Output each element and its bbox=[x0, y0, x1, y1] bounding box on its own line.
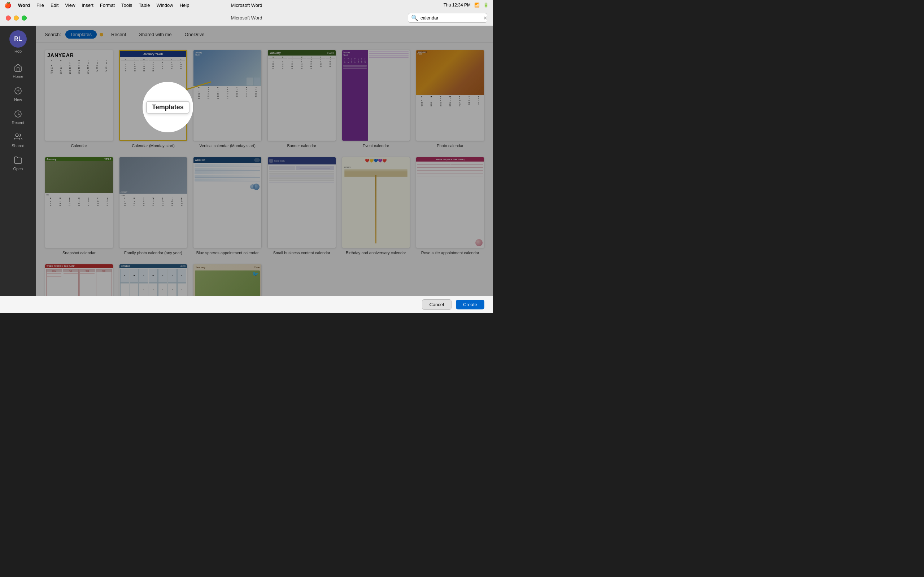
template-name-calendar: Calendar bbox=[71, 143, 87, 148]
window-menu[interactable]: Window bbox=[156, 3, 173, 8]
maximize-button[interactable] bbox=[22, 16, 27, 21]
tab-shared-with-me[interactable]: Shared with me bbox=[134, 30, 176, 39]
sidebar-item-recent[interactable]: Recent bbox=[0, 105, 36, 128]
apple-menu[interactable]: 🍎 bbox=[4, 2, 11, 9]
template-name-snapshot: Snapshot calendar bbox=[63, 250, 96, 255]
battery-icon: 🔋 bbox=[483, 3, 489, 8]
search-tabs: Search: Templates Recent Shared with me … bbox=[36, 26, 493, 43]
traffic-lights bbox=[6, 16, 27, 21]
template-small-biz[interactable]: Social Media bbox=[267, 157, 336, 255]
app-menu[interactable]: Word bbox=[18, 3, 30, 8]
avatar[interactable]: RL bbox=[10, 30, 27, 48]
create-button[interactable]: Create bbox=[456, 300, 485, 309]
template-thumb-monday: January YEAR M T W T F S S bbox=[119, 50, 188, 141]
template-name-photo: Photo calendar bbox=[437, 143, 464, 148]
template-calendar[interactable]: JANYEAR SMTWTFS 12345 6789101112 1314151… bbox=[45, 50, 113, 148]
help-menu[interactable]: Help bbox=[180, 3, 189, 8]
sidebar-item-new[interactable]: New bbox=[0, 82, 36, 105]
tab-recent[interactable]: Recent bbox=[106, 30, 131, 39]
template-name-rose: Rose suite appointment calendar bbox=[421, 250, 479, 255]
template-thumb-hummingbird: JanuaryYear 🐦 SMTWTFS 12345 6789101112 bbox=[193, 264, 262, 296]
menu-bar: 🍎 Word File Edit View Insert Format Tool… bbox=[0, 0, 493, 10]
minimize-button[interactable] bbox=[14, 16, 19, 21]
open-label: Open bbox=[13, 167, 23, 171]
close-button[interactable] bbox=[6, 16, 11, 21]
tools-menu[interactable]: Tools bbox=[121, 3, 132, 8]
new-icon bbox=[13, 86, 23, 96]
template-thumb-calendar: JANYEAR SMTWTFS 12345 6789101112 1314151… bbox=[45, 50, 113, 141]
template-name-biz: Small business content calendar bbox=[273, 250, 330, 255]
tab-templates[interactable]: Templates bbox=[65, 30, 97, 39]
template-name-event: Event calendar bbox=[363, 143, 389, 148]
recent-label: Recent bbox=[12, 121, 24, 125]
body-layout: RL Rob Home New Recent bbox=[0, 26, 493, 296]
template-thumb-event: January YEAR SMTWTFS 12345 6789101112 13… bbox=[342, 50, 410, 141]
sidebar-item-open[interactable]: Open bbox=[0, 152, 36, 174]
window-title: Microsoft Word bbox=[231, 15, 262, 21]
template-name-vertical: Vertical calendar (Monday start) bbox=[200, 143, 255, 148]
view-menu[interactable]: View bbox=[65, 3, 75, 8]
format-menu[interactable]: Format bbox=[100, 3, 115, 8]
shared-icon bbox=[13, 132, 23, 142]
sidebar-item-shared[interactable]: Shared bbox=[0, 128, 36, 152]
template-photo[interactable]: January YEAR SMTWTFS 12345 6789101112 13… bbox=[416, 50, 485, 148]
open-icon bbox=[13, 155, 23, 165]
template-rose[interactable]: WEEK OF [PICK THE DATE] bbox=[416, 157, 485, 255]
template-event[interactable]: January YEAR SMTWTFS 12345 6789101112 13… bbox=[342, 50, 410, 148]
template-name-spheres: Blue spheres appointment calendar bbox=[196, 250, 259, 255]
template-blue-spheres[interactable]: WEEK OF bbox=[193, 157, 262, 255]
template-thumb-photo: January YEAR SMTWTFS 12345 6789101112 13… bbox=[416, 50, 485, 141]
template-thumb-weekly: WEEK OF [PICK THE DATE] MON bbox=[45, 264, 113, 296]
template-thumb-snapshot: JanuaryYEAR Title SMTWTFS 12345 67891011… bbox=[45, 157, 113, 248]
main-window: Microsoft Word 🔍 ✕ RL Rob Home New bbox=[0, 10, 493, 313]
user-name: Rob bbox=[15, 49, 22, 53]
file-menu[interactable]: File bbox=[36, 3, 44, 8]
template-hummingbird[interactable]: JanuaryYear 🐦 SMTWTFS 12345 6789101112 bbox=[193, 264, 262, 296]
svg-point-4 bbox=[16, 134, 18, 137]
window-title-menubar: Microsoft Word bbox=[231, 3, 262, 8]
cancel-button[interactable]: Cancel bbox=[422, 299, 452, 310]
template-thumb-spheres: WEEK OF bbox=[193, 157, 262, 248]
template-thumb-birthday: ❤️💛💙💜❤️ January bbox=[342, 157, 410, 248]
shared-label: Shared bbox=[11, 143, 24, 148]
template-family[interactable]: January YEAR SMTWTFS 12345 6789101112 13… bbox=[119, 157, 188, 255]
template-thumb-vertical: January YEAR MTWTFSS 123456 bbox=[193, 50, 262, 141]
template-weekly[interactable]: WEEK OF [PICK THE DATE] MON bbox=[45, 264, 113, 296]
bottom-bar: Cancel Create bbox=[0, 296, 493, 313]
template-banner[interactable]: January YEAR SMTWTFS 12345 6789101112 13… bbox=[267, 50, 336, 148]
menu-bar-right: Thu 12:34 PM 📶 🔋 bbox=[444, 3, 489, 8]
search-clear-icon[interactable]: ✕ bbox=[483, 15, 488, 21]
search-input[interactable] bbox=[420, 15, 481, 21]
new-label: New bbox=[14, 97, 22, 102]
recent-dot[interactable] bbox=[100, 33, 103, 36]
template-birthday[interactable]: ❤️💛💙💜❤️ January bbox=[342, 157, 410, 255]
wifi-icon: 📶 bbox=[474, 3, 480, 8]
search-icon: 🔍 bbox=[411, 15, 418, 21]
template-thumb-banner: January YEAR SMTWTFS 12345 6789101112 13… bbox=[267, 50, 336, 141]
template-thumb-biz: Social Media bbox=[267, 157, 336, 248]
sidebar-item-home[interactable]: Home bbox=[0, 59, 36, 82]
edit-menu[interactable]: Edit bbox=[50, 3, 58, 8]
template-thumb-rose: WEEK OF [PICK THE DATE] bbox=[416, 157, 485, 248]
menu-time: Thu 12:34 PM bbox=[444, 3, 471, 8]
template-name-family: Family photo calendar (any year) bbox=[124, 250, 182, 255]
title-bar: Microsoft Word 🔍 ✕ bbox=[0, 10, 493, 26]
sidebar: RL Rob Home New Recent bbox=[0, 26, 36, 296]
template-name-monday: Calendar (Monday start) bbox=[132, 143, 175, 148]
templates-grid: JANYEAR SMTWTFS 12345 6789101112 1314151… bbox=[36, 43, 493, 296]
template-calendar-monday[interactable]: January YEAR M T W T F S S bbox=[119, 50, 188, 148]
menu-bar-left: 🍎 Word File Edit View Insert Format Tool… bbox=[4, 2, 189, 9]
tab-onedrive[interactable]: OneDrive bbox=[180, 30, 210, 39]
template-thumb-family: January YEAR SMTWTFS 12345 6789101112 13… bbox=[119, 157, 188, 248]
search-bar[interactable]: 🔍 ✕ bbox=[408, 13, 487, 23]
template-thumb-monthly: MONTHSYEAR S M T W T F S bbox=[119, 264, 188, 296]
template-vertical-monday[interactable]: January YEAR MTWTFSS 123456 bbox=[193, 50, 262, 148]
template-monthly[interactable]: MONTHSYEAR S M T W T F S bbox=[119, 264, 188, 296]
home-icon bbox=[13, 63, 23, 73]
insert-menu[interactable]: Insert bbox=[82, 3, 94, 8]
search-label: Search: bbox=[45, 32, 61, 37]
home-label: Home bbox=[13, 74, 23, 79]
template-name-birthday: Birthday and anniversary calendar bbox=[346, 250, 406, 255]
table-menu[interactable]: Table bbox=[139, 3, 150, 8]
template-snapshot[interactable]: JanuaryYEAR Title SMTWTFS 12345 67891011… bbox=[45, 157, 113, 255]
